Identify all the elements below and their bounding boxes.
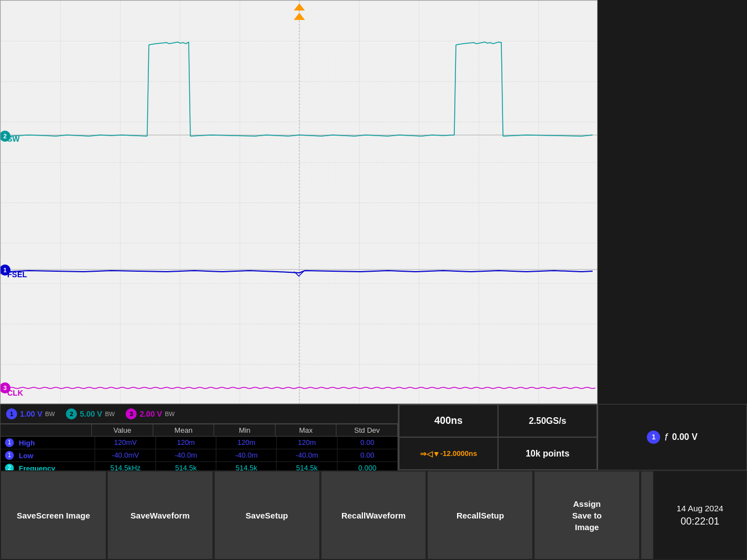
time-row-2: ⇒◁▼ -12.0000ns 10k points	[399, 437, 597, 470]
ch1-circle: 1	[6, 408, 17, 419]
ch3-voltage: 2.00 V	[139, 409, 162, 418]
meas-header-value: Value	[92, 424, 153, 436]
meas-row-1: 1Low-40.0mV-40.0m-40.0m-40.0m0.00	[1, 449, 398, 462]
sample-points: 10k points	[498, 437, 597, 470]
trigger-channel-badge: 1	[647, 431, 660, 444]
time-row-1: 400ns 2.50GS/s	[399, 405, 597, 437]
meas-header-mean: Mean	[153, 424, 215, 436]
meas-ch-badge: 1	[5, 451, 14, 460]
waveform-display: SW FSEL CLK 2 1 3	[0, 0, 598, 404]
ch1-bw: BW	[45, 411, 55, 417]
ch2-voltage: 5.00 V	[80, 409, 102, 418]
assign-bowl-to-image-button[interactable]: Assign Save to Image	[533, 470, 640, 560]
date-display: 14 Aug 2024	[677, 504, 723, 513]
ch2-indicator: 2 5.00 V BW	[66, 408, 115, 419]
meas-row-0: 1High120mV120m120m120m0.00	[1, 437, 398, 449]
save-setup-button[interactable]: Save Setup	[214, 470, 320, 560]
right-panel	[598, 0, 747, 404]
trigger-value: 0.00 V	[672, 432, 697, 442]
svg-text:2: 2	[3, 133, 7, 139]
waveform-grid: SW FSEL CLK 2 1 3	[1, 1, 597, 403]
sample-rate: 2.50GS/s	[498, 405, 597, 437]
meas-header-max: Max	[276, 424, 337, 436]
recall-setup-button[interactable]: Recall Setup	[427, 470, 533, 560]
channel-bar: 1 1.00 V BW 2 5.00 V BW 3 2.00 V BW	[0, 404, 398, 424]
oscilloscope-display: SW FSEL CLK 2 1 3 1 1.00 V BW 2	[0, 0, 747, 560]
time-info-panel: 400ns 2.50GS/s ⇒◁▼ -12.0000ns 10k points	[398, 404, 598, 470]
ch2-circle: 2	[66, 408, 77, 419]
ch3-bw: BW	[165, 411, 175, 417]
ch1-voltage: 1.00 V	[20, 409, 42, 418]
ch1-indicator: 1 1.00 V BW	[6, 408, 55, 419]
time-display: 00:22:01	[681, 516, 719, 527]
meas-header-label	[1, 424, 92, 436]
ch3-indicator: 3 2.00 V BW	[126, 408, 174, 419]
save-waveform-button[interactable]: Save Waveform	[107, 470, 214, 560]
time-offset: ⇒◁▼ -12.0000ns	[399, 437, 498, 470]
trigger-symbol: f	[665, 432, 667, 443]
recall-waveform-button[interactable]: Recall Waveform	[320, 470, 427, 560]
svg-rect-5	[1, 1, 597, 403]
meas-header-min: Min	[214, 424, 276, 436]
datetime-display: 14 Aug 2024 00:22:01	[653, 470, 747, 560]
svg-text:3: 3	[3, 385, 7, 391]
time-div: 400ns	[399, 405, 498, 437]
meas-ch-badge: 1	[5, 438, 14, 447]
button-row: Save Screen Image Save Waveform Save Set…	[0, 470, 747, 560]
trigger-panel: 1 f 0.00 V	[598, 404, 747, 470]
meas-header-stddev: Std Dev	[336, 424, 398, 436]
ch2-bw: BW	[105, 411, 115, 417]
meas-header-row: Value Mean Min Max Std Dev	[1, 424, 398, 437]
svg-text:1: 1	[3, 267, 7, 273]
ch3-circle: 3	[126, 408, 137, 419]
save-screen-image-button[interactable]: Save Screen Image	[0, 470, 107, 560]
